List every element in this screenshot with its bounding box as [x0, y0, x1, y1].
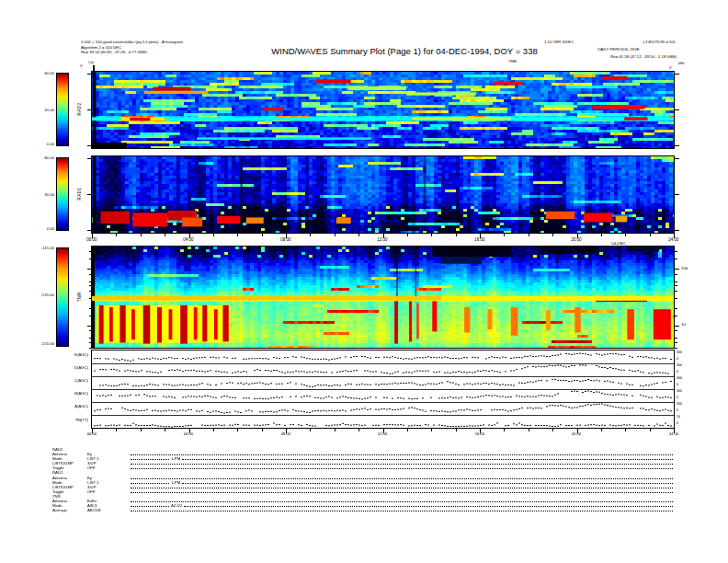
lineplot-ymax: 300: [677, 390, 693, 394]
time-axis-title: TIME: [508, 60, 517, 63]
axis-tick: [262, 429, 263, 431]
rad2-colorbar-tick-max: 40.00: [28, 71, 54, 75]
waves-summary-plot: 1.000 + 100 good events/older (pq 5.0 pl…: [0, 0, 728, 563]
time-tick-label: 20:00: [564, 237, 588, 242]
lineplot-label-b: B(AGC): [46, 392, 88, 396]
tnr-colorbar: [57, 248, 68, 346]
bottom-tick-label: 20:00: [564, 431, 588, 436]
dotted-leader: [131, 487, 673, 488]
axis-tick: [165, 429, 165, 431]
status-row-midvalue: 1-PM: [170, 456, 181, 461]
axis-tick: [116, 234, 117, 236]
bottom-tick-label: 04:00: [176, 431, 200, 436]
bottom-tick-label: 12:00: [370, 431, 394, 436]
lineplot-label-e: E(AGC): [46, 353, 88, 358]
status-row: Average ABCDE: [52, 508, 674, 512]
khz-unit-label: kHz: [678, 62, 685, 65]
lineplot-ymin: 0: [677, 422, 693, 426]
axis-tick: [675, 158, 679, 159]
axis-tick: [89, 259, 92, 259]
axis-tick: [213, 234, 214, 236]
lineplot-ymin: 0: [677, 371, 693, 374]
header-right-edition: L2 EDITION = 501: [602, 40, 676, 44]
time-tick-label: 04:00: [176, 237, 200, 242]
axis-tick: [89, 285, 92, 286]
axis-tick: [675, 330, 677, 331]
rad2-spectrogram: [92, 72, 674, 148]
rad2-colorbar-tick-min: 0.00: [28, 142, 54, 146]
axis-tick: [358, 234, 359, 236]
time-tick-label: 00:00: [80, 237, 104, 242]
axis-tick: [675, 282, 677, 282]
dotted-leader: [131, 510, 673, 511]
time-tick-label: 08:00: [274, 237, 298, 242]
axis-tick: [335, 429, 336, 431]
status-row-value: ABCDE: [87, 508, 130, 512]
header-right-version: 1.10 VER 3/DEC: [544, 40, 574, 44]
tnr-spectrogram: [92, 247, 674, 348]
axis-tick: [407, 429, 408, 431]
lineplot-ymin: 0: [677, 396, 693, 400]
axis-tick: [601, 429, 602, 431]
bottom-tick-label: 00:00: [80, 431, 104, 436]
lineplot-label-d: D(AGC): [46, 366, 88, 371]
axis-tick: [87, 158, 92, 159]
axis-tick: [456, 429, 457, 431]
rad1-colorbar-tick-min: 0.00: [28, 226, 54, 231]
header-right-periods: DAILY PERIODS, 2X2E: [559, 47, 678, 52]
axis-tick: [625, 234, 626, 236]
page-title: WIND/WAVES Summary Plot (Page 1) for 04-…: [221, 46, 588, 56]
axis-tick: [89, 330, 92, 331]
axis-tick: [675, 269, 679, 270]
lineplot-label-a: A(AGC): [46, 405, 88, 409]
axis-tick: [675, 285, 677, 286]
axis-tick: [675, 326, 679, 327]
rad1-colorbar-tick-max: 80.00: [28, 155, 54, 160]
status-row-label: Average: [52, 508, 87, 512]
header-left-position: Re= 33.14 (40.82, -37.28, -4.77 GSE): [81, 50, 147, 54]
axis-tick: [650, 234, 651, 236]
lineplot-ymax: 300: [677, 351, 693, 355]
header-right-position: Re= 61.58 (47.12, -39.50, -1.18 GSE): [550, 54, 677, 59]
axis-tick: [675, 348, 677, 349]
axis-tick: [89, 291, 92, 292]
axis-tick: [89, 342, 92, 343]
axis-tick: [675, 194, 679, 195]
axis-tick: [141, 234, 142, 236]
axis-tick: [237, 234, 238, 236]
time-tick-label: 12:00: [370, 237, 394, 242]
axis-tick: [213, 429, 214, 431]
header-left-line2: Algorithm 2 = 100 DEC: [81, 45, 121, 50]
tnr-panel-label: TNR: [77, 286, 82, 308]
lineplot-ymax: 300: [677, 364, 693, 368]
time-tick-label: 24:00: [662, 237, 686, 242]
dotted-leader: [131, 454, 673, 455]
axis-tick: [529, 234, 529, 236]
v-marker-right: V: [669, 66, 672, 70]
lineplot-ymin: 0: [677, 409, 693, 413]
axis-tick: [335, 234, 336, 236]
axis-tick: [87, 230, 92, 231]
axis-tick: [431, 429, 432, 431]
rad2-colorbar-tick-mid: 20.00: [28, 108, 54, 112]
axis-tick: [87, 269, 92, 270]
status-row-value: OFF: [87, 489, 130, 494]
axis-tick: [165, 234, 165, 236]
axis-tick: [456, 234, 457, 236]
rad2-colorbar: [57, 74, 68, 145]
axis-tick: [87, 109, 92, 110]
dotted-leader: [131, 463, 673, 465]
axis-tick: [89, 298, 92, 299]
dotted-leader: [131, 467, 673, 469]
axis-tick: [675, 251, 677, 252]
axis-tick: [141, 429, 142, 431]
lineplot-label-c: C(AGC): [46, 379, 88, 384]
axis-tick: [625, 429, 626, 431]
axis-tick: [89, 274, 92, 275]
axis-tick: [407, 234, 408, 236]
rad1-panel-label: RAD1: [77, 183, 82, 205]
rad2-panel-label: RAD2: [77, 98, 82, 121]
axis-tick: [89, 338, 92, 339]
bottom-tick-label: 16:00: [468, 431, 492, 436]
axis-tick: [116, 429, 117, 431]
